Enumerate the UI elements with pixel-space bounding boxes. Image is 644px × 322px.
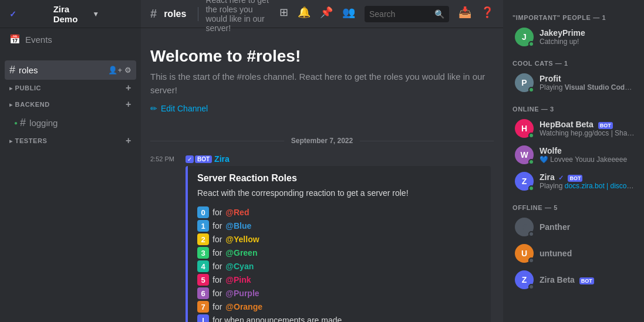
status-prefix-profit: Playing	[540, 83, 565, 91]
member-item-zira-beta[interactable]: Z Zira Beta BOT	[508, 267, 639, 293]
bot-badge-hepboat: BOT	[598, 122, 613, 129]
role-item: 2for @Yellow	[197, 233, 481, 245]
member-avatar-zira-beta: Z	[515, 270, 534, 289]
members-icon[interactable]: 👥	[342, 6, 355, 22]
category-chevron-public: ▸	[9, 85, 13, 91]
add-channel-icon-testers[interactable]: +	[126, 135, 132, 146]
member-avatar-untuned: U	[515, 244, 534, 263]
status-dot-panther	[528, 231, 534, 237]
embed-container: Server Reaction Roles React with the cor…	[186, 166, 491, 322]
message-header: ✓ BOT Zira	[186, 154, 494, 164]
member-info-zira-beta: Zira Beta BOT	[540, 275, 635, 284]
category-label-public: PUBLIC	[15, 84, 42, 91]
member-name-zira: Zira ✓ BOT	[540, 172, 635, 182]
role-item: 3for @Green	[197, 247, 481, 259]
channel-hash-icon: #	[150, 7, 157, 21]
member-item-untuned[interactable]: U untuned	[508, 240, 639, 266]
member-status-profit: Playing Visual Studio Code 🖥	[540, 83, 635, 91]
cool-cats-header: COOL CATS — 1	[503, 50, 644, 69]
edit-icon: ✏	[150, 104, 157, 113]
member-status-hepboat: Watching hep.gg/docs | Shard 0	[540, 129, 635, 137]
member-item-wolfe[interactable]: W Wolfe 💙 Lovvee Youuu Jakeeeee	[508, 142, 639, 168]
bot-message-group: 2:52 PM ✓ BOT Zira Server Reaction Roles…	[150, 154, 494, 322]
member-info-zira: Zira ✓ BOT Playing docs.zira.bot | disco…	[540, 172, 635, 190]
role-badge: 4	[197, 260, 209, 272]
inbox-icon[interactable]: 📥	[458, 6, 471, 22]
member-item-jakeyprime[interactable]: J JakeyPrime Catching up!	[508, 24, 639, 50]
role-badge: 3	[197, 247, 209, 259]
search-input[interactable]	[369, 9, 434, 19]
offline-header: OFFLINE — 5	[503, 195, 644, 213]
role-badge: 1	[197, 220, 209, 232]
channel-header: # roles React here to get the roles you …	[141, 0, 503, 28]
message-time: 2:52 PM	[150, 154, 178, 322]
hash-icon: #	[9, 64, 15, 76]
edit-channel-button[interactable]: ✏ Edit Channel	[150, 104, 494, 113]
divider-line-left	[150, 141, 284, 141]
member-item-profit[interactable]: P Profit Playing Visual Studio Code 🖥	[508, 70, 639, 96]
mute-icon[interactable]: 🔔	[298, 6, 311, 22]
category-testers[interactable]: ▸ TESTERS +	[5, 133, 136, 148]
hashtag-icon[interactable]: ⊞	[279, 6, 288, 22]
add-channel-icon-backend[interactable]: +	[126, 99, 132, 110]
welcome-section: Welcome to #roles! This is the start of …	[150, 38, 494, 127]
member-name-jakeyprime: JakeyPrime	[540, 28, 635, 38]
member-info-hepboat: HepBoat Beta BOT Watching hep.gg/docs | …	[540, 120, 635, 137]
verified-icon-zira: ✓	[558, 174, 564, 181]
role-mention: @Cyan	[225, 262, 254, 271]
channel-item-logging[interactable]: ● # logging	[9, 113, 136, 133]
role-badge: 7	[197, 301, 209, 313]
role-list: 0for @Red1for @Blue2for @Yellow3for @Gre…	[197, 206, 481, 322]
help-icon[interactable]: ❓	[481, 6, 494, 22]
channel-name-roles: roles	[19, 65, 108, 75]
messages-area: Welcome to #roles! This is the start of …	[141, 28, 503, 322]
channel-header-title: roles	[164, 9, 186, 19]
channel-item-roles[interactable]: # roles 👤+ ⚙	[5, 60, 136, 80]
status-dot-wolfe	[528, 159, 534, 165]
member-name-panther: Panther	[540, 222, 635, 232]
category-backend[interactable]: ▸ BACKEND +	[5, 97, 136, 112]
dot-icon-logging: ●	[14, 120, 18, 126]
search-box[interactable]: 🔍	[365, 6, 449, 22]
add-member-icon[interactable]: 👤+	[108, 66, 122, 74]
server-checkmark: ✓	[9, 9, 49, 19]
member-info-profit: Profit Playing Visual Studio Code 🖥	[540, 74, 635, 91]
member-item-panther[interactable]: P Panther	[508, 214, 639, 240]
role-for-text: for	[213, 302, 222, 311]
bot-tag: BOT	[195, 155, 212, 163]
pin-icon[interactable]: 📌	[320, 6, 333, 22]
server-header[interactable]: ✓ Zira Demo ▼	[0, 0, 141, 28]
role-item: 7for @Orange	[197, 301, 481, 313]
divider-line-right	[360, 141, 494, 141]
add-channel-icon-public[interactable]: +	[126, 83, 132, 93]
member-list: "IMPORTANT" PEOPLE — 1 J JakeyPrime Catc…	[503, 0, 644, 322]
role-mention: @Blue	[225, 221, 251, 231]
role-item: 4for @Cyan	[197, 260, 481, 272]
role-badge: I	[197, 314, 209, 322]
status-dot-profit	[528, 87, 534, 93]
header-action-icons: ⊞ 🔔 📌 👥 🔍 📥 ❓	[279, 6, 494, 22]
member-item-zira[interactable]: Z Zira ✓ BOT Playing docs.zira.bot | dis…	[508, 168, 639, 194]
category-label-testers: TESTERS	[15, 137, 48, 144]
zira-status-link[interactable]: docs.zira.bot | discord....	[565, 182, 635, 190]
member-item-hepboat[interactable]: H HepBoat Beta BOT Watching hep.gg/docs …	[508, 116, 639, 141]
settings-icon[interactable]: ⚙	[124, 66, 132, 74]
role-for-text: for	[213, 235, 222, 244]
status-dot-online	[528, 41, 534, 47]
role-item: Ifor when announcements are made	[197, 314, 481, 322]
events-item[interactable]: 📅 Events	[0, 28, 141, 50]
main-content: # roles React here to get the roles you …	[141, 0, 503, 322]
member-info-jakeyprime: JakeyPrime Catching up!	[540, 28, 635, 46]
category-chevron-backend: ▸	[9, 101, 13, 108]
role-for-text: for	[213, 262, 222, 271]
member-info-untuned: untuned	[540, 249, 635, 258]
category-label-backend: BACKEND	[15, 101, 50, 108]
member-name-profit: Profit	[540, 74, 635, 83]
category-public[interactable]: ▸ PUBLIC +	[5, 80, 136, 96]
date-divider: September 7, 2022	[150, 137, 494, 145]
embed-title: Server Reaction Roles	[197, 173, 481, 184]
role-mention: @Green	[225, 248, 257, 257]
member-name-hepboat: HepBoat Beta BOT	[540, 120, 635, 129]
server-chevron: ▼	[92, 10, 132, 18]
role-mention: @Orange	[225, 302, 262, 311]
